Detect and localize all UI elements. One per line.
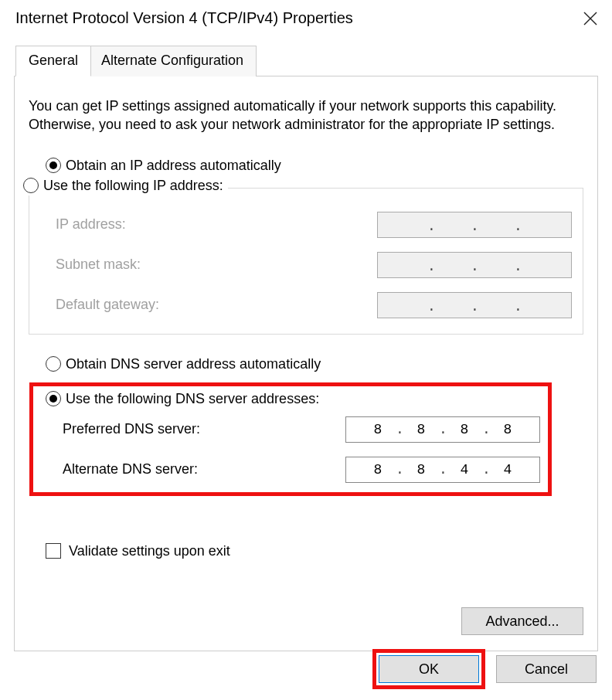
ok-highlight: OK — [372, 649, 485, 689]
tab-bar: General Alternate Configuration — [14, 46, 598, 76]
dns-manual-label: Use the following DNS server addresses: — [66, 391, 319, 407]
tab-alternate-label: Alternate Configuration — [101, 53, 243, 68]
ip-manual-option[interactable]: Use the following IP address: — [22, 176, 228, 195]
validate-settings-option[interactable]: Validate settings upon exit — [46, 543, 583, 559]
ip-manual-label: Use the following IP address: — [43, 178, 223, 194]
ip-auto-label: Obtain an IP address automatically — [66, 158, 281, 174]
checkbox-icon — [46, 543, 61, 559]
ok-button[interactable]: OK — [379, 655, 479, 683]
preferred-dns-input[interactable]: 8. 8. 8. 8 — [345, 416, 540, 443]
radio-icon — [23, 178, 39, 193]
ip-auto-option[interactable]: Obtain an IP address automatically — [46, 158, 583, 174]
ip-address-group: Use the following IP address: IP address… — [29, 188, 583, 335]
titlebar: Internet Protocol Version 4 (TCP/IPv4) P… — [0, 0, 612, 35]
tab-alternate-configuration[interactable]: Alternate Configuration — [88, 46, 257, 76]
radio-icon — [46, 391, 61, 406]
validate-settings-label: Validate settings upon exit — [69, 543, 230, 559]
alternate-dns-label: Alternate DNS server: — [63, 461, 233, 477]
radio-icon — [46, 158, 61, 173]
tab-general[interactable]: General — [15, 46, 91, 76]
window-title: Internet Protocol Version 4 (TCP/IPv4) P… — [15, 9, 353, 27]
alternate-dns-row: Alternate DNS server: 8. 8. 4. 4 — [63, 457, 540, 483]
general-tab-panel: You can get IP settings assigned automat… — [14, 76, 598, 651]
dns-highlight: Use the following DNS server addresses: … — [29, 382, 552, 496]
dialog-window: Internet Protocol Version 4 (TCP/IPv4) P… — [0, 0, 612, 700]
close-icon[interactable] — [583, 11, 598, 26]
ip-address-row: IP address: . . . — [56, 212, 572, 238]
dns-auto-option[interactable]: Obtain DNS server address automatically — [46, 356, 583, 372]
dns-manual-option[interactable]: Use the following DNS server addresses: — [46, 391, 540, 407]
dialog-button-row: OK Cancel — [372, 649, 597, 689]
subnet-mask-row: Subnet mask: . . . — [56, 252, 572, 278]
preferred-dns-label: Preferred DNS server: — [63, 421, 233, 437]
subnet-mask-input: . . . — [377, 252, 572, 278]
advanced-button[interactable]: Advanced... — [461, 607, 583, 635]
dns-auto-label: Obtain DNS server address automatically — [66, 356, 321, 372]
ip-address-label: IP address: — [56, 216, 210, 233]
dns-group-wrapper: Use the following DNS server addresses: … — [29, 386, 583, 522]
subnet-mask-label: Subnet mask: — [56, 257, 210, 273]
preferred-dns-row: Preferred DNS server: 8. 8. 8. 8 — [63, 416, 540, 443]
alternate-dns-input[interactable]: 8. 8. 4. 4 — [345, 457, 540, 483]
default-gateway-row: Default gateway: . . . — [56, 292, 572, 318]
default-gateway-input: . . . — [377, 292, 572, 318]
ip-address-input: . . . — [377, 212, 572, 238]
cancel-button[interactable]: Cancel — [496, 655, 597, 683]
radio-icon — [46, 356, 61, 372]
default-gateway-label: Default gateway: — [56, 297, 210, 313]
intro-text: You can get IP settings assigned automat… — [29, 97, 583, 134]
tab-general-label: General — [29, 53, 78, 68]
